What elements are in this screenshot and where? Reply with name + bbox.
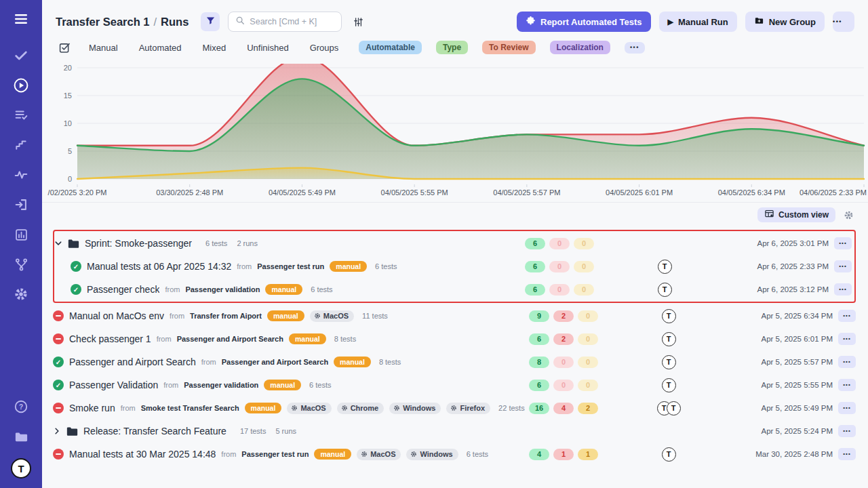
run-source-link[interactable]: Passenger and Airport Search (177, 335, 283, 343)
run-date: Mar 30, 2025 2:48 PM (719, 450, 833, 458)
table-row[interactable]: ✓Manual tests at 06 Apr 2025 14:32fromPa… (54, 255, 852, 278)
chevron-right-icon[interactable] (53, 427, 61, 435)
run-source-link[interactable]: Transfer from Aiport (190, 312, 262, 320)
svg-text:04/05/2025 5:49 PM: 04/05/2025 5:49 PM (269, 188, 336, 197)
table-row[interactable]: Manual on MacOs envfromTransfer from Aip… (53, 304, 856, 327)
run-date: Apr 5, 2025 5:24 PM (719, 427, 833, 435)
sidebar-item-tests[interactable] (13, 47, 29, 64)
menu-icon[interactable] (13, 11, 29, 27)
run-source-link[interactable]: Passenger test run (257, 262, 324, 270)
row-menu-cell: ••• (833, 333, 856, 345)
tag-filter[interactable]: Localization (550, 41, 610, 54)
manual-run-button[interactable]: ▶ Manual Run (659, 12, 737, 32)
group-row[interactable]: Release: Transfer Search Feature17 tests… (53, 420, 856, 443)
tab-automated[interactable]: Automated (139, 43, 182, 53)
custom-view-button[interactable]: Custom view (757, 207, 835, 222)
row-more-button[interactable]: ••• (834, 283, 852, 296)
tab-unfinished[interactable]: Unfinished (247, 43, 288, 53)
status-passed-icon: ✓ (53, 380, 64, 390)
row-more-button[interactable]: ••• (838, 333, 856, 345)
run-title[interactable]: Passenger and Airport Search (69, 357, 196, 367)
sidebar-item-runs-active[interactable] (13, 77, 29, 94)
row-more-button[interactable]: ••• (834, 260, 852, 272)
report-automated-tests-button[interactable]: Report Automated Tests (517, 12, 651, 32)
projects-folder-icon[interactable] (13, 428, 29, 445)
tag-filter[interactable]: Automatable (359, 41, 422, 54)
run-title[interactable]: Manual tests at 30 Mar 2025 14:48 (69, 449, 216, 460)
run-source-link[interactable]: Smoke test Transfer Search (141, 404, 239, 412)
list-settings-gear-icon[interactable] (841, 207, 856, 222)
tab-groups[interactable]: Groups (310, 43, 339, 53)
sidebar-item-activity[interactable] (13, 167, 29, 183)
group-title[interactable]: Sprint: Smoke-passenger (85, 238, 192, 249)
row-more-button[interactable]: ••• (838, 356, 856, 368)
row-more-button[interactable]: ••• (838, 379, 856, 391)
group-row[interactable]: Sprint: Smoke-passenger6 tests2 runs600A… (54, 232, 852, 255)
sidebar-item-settings[interactable] (13, 286, 29, 302)
svg-text:10: 10 (64, 119, 72, 127)
help-icon[interactable]: ? (13, 399, 29, 415)
list-toolbar: Custom view (42, 202, 868, 226)
sidebar-item-analytics[interactable] (13, 226, 29, 243)
run-source-link[interactable]: Passenger validation (185, 285, 260, 293)
tests-count: 8 tests (334, 335, 356, 343)
row-more-button[interactable]: ••• (838, 310, 856, 322)
sidebar-item-branches[interactable] (13, 256, 29, 272)
ellipsis-icon: ••• (843, 359, 850, 365)
svg-text:04/05/2025 5:55 PM: 04/05/2025 5:55 PM (381, 188, 448, 197)
run-from-label: from (163, 381, 178, 389)
passed-count-pill: 9 (529, 310, 549, 322)
row-menu-cell: ••• (829, 283, 852, 296)
row-more-button[interactable]: ••• (838, 425, 856, 437)
run-title[interactable]: Manual on MacOs env (69, 310, 164, 321)
sidebar-item-import[interactable] (13, 197, 29, 213)
table-row[interactable]: ✓Passenger ValidationfromPassenger valid… (53, 373, 856, 396)
table-row[interactable]: Smoke runfromSmoke test Transfer Searchm… (53, 396, 856, 420)
group-meta: 17 tests5 runs (237, 427, 296, 435)
assignee-cell: T (614, 260, 715, 274)
row-more-button[interactable]: ••• (834, 237, 852, 249)
folder-icon (66, 426, 78, 436)
row-more-button[interactable]: ••• (838, 402, 856, 414)
failed-count-pill: 0 (549, 284, 570, 296)
project-name[interactable]: Transfer Search 1 (56, 16, 150, 28)
select-all-icon[interactable] (58, 41, 71, 54)
tag-filter[interactable]: Type (436, 41, 468, 54)
run-date: Apr 5, 2025 6:34 PM (719, 312, 833, 320)
sidebar-item-results[interactable] (13, 107, 29, 123)
run-source-link[interactable]: Passenger test run (241, 450, 309, 458)
table-row[interactable]: ✓Passenger checkfromPassenger validation… (54, 278, 852, 301)
row-menu-cell: ••• (833, 379, 856, 391)
tags-more-button[interactable]: ••• (625, 42, 645, 54)
manual-badge: manual (267, 310, 304, 321)
chevron-down-icon[interactable] (54, 239, 62, 247)
table-row[interactable]: Check passenger 1fromPassenger and Airpo… (53, 327, 856, 350)
filter-button[interactable] (201, 12, 220, 31)
assignee-cell: T (618, 378, 719, 392)
app-logo[interactable]: T (11, 458, 31, 479)
run-date: Apr 6, 2025 3:01 PM (715, 239, 829, 247)
run-title[interactable]: Manual tests at 06 Apr 2025 14:32 (87, 261, 231, 272)
run-stats: 620 (529, 333, 618, 345)
search-input[interactable] (250, 17, 334, 26)
table-row[interactable]: ✓Passenger and Airport SearchfromPasseng… (53, 350, 856, 373)
run-title[interactable]: Passenger Validation (69, 380, 158, 390)
row-more-button[interactable]: ••• (838, 448, 856, 460)
ellipsis-icon: ••• (843, 405, 850, 411)
run-title[interactable]: Smoke run (69, 403, 115, 413)
run-title[interactable]: Passenger check (87, 284, 159, 295)
run-title[interactable]: Check passenger 1 (69, 333, 151, 344)
header-more-button[interactable]: ••• (833, 12, 854, 32)
run-source-link[interactable]: Passenger validation (184, 381, 258, 389)
tab-manual[interactable]: Manual (89, 43, 118, 53)
table-row[interactable]: Manual tests at 30 Mar 2025 14:48fromPas… (53, 443, 856, 466)
new-group-button[interactable]: New Group (745, 12, 825, 32)
tag-filter[interactable]: To Review (482, 41, 535, 54)
skipped-count-pill: 2 (578, 403, 598, 414)
tab-mixed[interactable]: Mixed (203, 43, 226, 53)
sidebar-item-milestones[interactable] (13, 137, 29, 153)
run-source-link[interactable]: Passenger and Airport Search (222, 358, 328, 366)
breadcrumb: Transfer Search 1/Runs (56, 16, 189, 28)
group-title[interactable]: Release: Transfer Search Feature (83, 426, 226, 436)
tune-icon[interactable] (350, 14, 366, 30)
